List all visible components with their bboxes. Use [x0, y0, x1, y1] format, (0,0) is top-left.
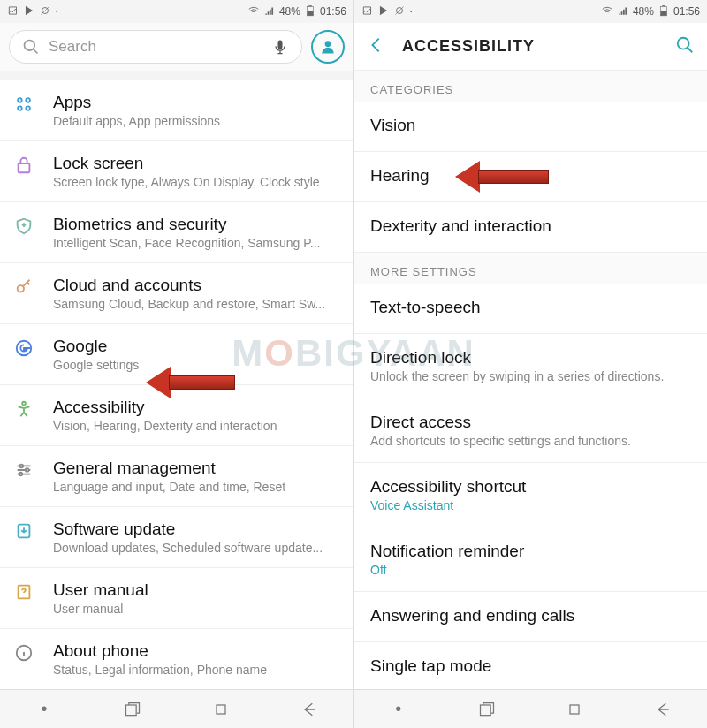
dot-icon: [409, 4, 413, 19]
item-title: Biometrics and security: [53, 215, 343, 234]
item-title: User manual: [53, 580, 343, 600]
search-input[interactable]: Search: [9, 30, 302, 64]
a11y-item-hearing[interactable]: Hearing: [354, 152, 707, 202]
svg-point-16: [22, 402, 26, 406]
accessibility-list[interactable]: CATEGORIES VisionHearingDexterity and in…: [354, 71, 707, 689]
a11y-item-notification-reminder[interactable]: Notification reminderOff: [354, 527, 707, 592]
image-icon: [7, 4, 19, 19]
a11y-item-direct-access[interactable]: Direct accessAdd shortcuts to specific s…: [354, 398, 707, 463]
shield-icon: [11, 215, 37, 236]
statusbar: 48% 01:56: [0, 0, 354, 23]
gap: [0, 71, 354, 80]
settings-item-google[interactable]: GoogleGoogle settings: [0, 324, 354, 385]
item-subtitle: Default apps, App permissions: [53, 114, 343, 128]
nav-home[interactable]: [553, 701, 596, 718]
info-icon: [11, 641, 37, 663]
item-subtitle: User manual: [53, 602, 343, 616]
a11y-item-text-to-speech[interactable]: Text-to-speech: [354, 284, 707, 334]
settings-item-general-management[interactable]: General managementLanguage and input, Da…: [0, 446, 354, 507]
circle-icon: [393, 4, 406, 19]
google-icon: [11, 337, 37, 358]
nav-menu[interactable]: •: [23, 699, 65, 719]
item-title: Accessibility: [53, 398, 343, 417]
battery-text: 48%: [633, 5, 654, 18]
svg-rect-24: [217, 705, 225, 714]
item-subtitle: Intelligent Scan, Face Recognition, Sams…: [53, 236, 343, 250]
item-title: Answering and ending calls: [370, 606, 691, 626]
svg-rect-3: [307, 11, 313, 15]
item-title: Direction lock: [370, 348, 691, 368]
item-subtitle: Screen lock type, Always On Display, Clo…: [53, 175, 343, 189]
section-more: MORE SETTINGS: [354, 253, 707, 284]
profile-icon: [319, 38, 337, 56]
nav-back[interactable]: [642, 701, 684, 718]
item-title: Text-to-speech: [370, 298, 691, 317]
profile-button[interactable]: [311, 30, 345, 64]
settings-list[interactable]: AppsDefault apps, App permissionsLock sc…: [0, 80, 354, 689]
svg-point-30: [678, 37, 689, 49]
settings-item-software-update[interactable]: Software updateDownload updates, Schedul…: [0, 507, 354, 568]
statusbar: 48% 01:56: [354, 0, 707, 23]
nav-recents[interactable]: [466, 701, 508, 718]
a11y-item-vision[interactable]: Vision: [354, 102, 707, 152]
svg-point-9: [18, 98, 22, 102]
svg-point-17: [19, 465, 23, 468]
settings-item-lock-screen[interactable]: Lock screenScreen lock type, Always On D…: [0, 141, 354, 202]
nav-menu[interactable]: •: [377, 699, 420, 719]
item-subtitle: Add shortcuts to specific settings and f…: [370, 434, 691, 448]
a11y-item-answering-and-ending-calls[interactable]: Answering and ending calls: [354, 592, 707, 642]
mic-icon[interactable]: [271, 38, 289, 56]
search-button[interactable]: [675, 35, 695, 58]
dot-icon: [55, 4, 58, 19]
item-title: Vision: [370, 116, 691, 135]
update-icon: [11, 519, 37, 541]
svg-rect-33: [570, 705, 579, 714]
svg-line-6: [34, 49, 38, 54]
a11y-item-single-tap-mode[interactable]: Single tap mode: [354, 642, 707, 689]
svg-rect-28: [660, 11, 666, 15]
apps-icon: [11, 93, 37, 114]
a11y-item-direction-lock[interactable]: Direction lockUnlock the screen by swipi…: [354, 334, 707, 398]
item-title: Software update: [53, 519, 343, 539]
item-title: Single tap mode: [370, 656, 691, 676]
battery-text: 48%: [279, 5, 300, 18]
item-subtitle: Samsung Cloud, Backup and restore, Smart…: [53, 297, 343, 311]
settings-item-apps[interactable]: AppsDefault apps, App permissions: [0, 80, 354, 141]
sliders-icon: [11, 459, 37, 480]
item-title: Accessibility shortcut: [370, 477, 691, 497]
svg-rect-4: [308, 5, 312, 6]
image-icon: [361, 4, 374, 19]
svg-point-19: [19, 473, 23, 476]
settings-item-accessibility[interactable]: AccessibilityVision, Hearing, Dexterity …: [0, 385, 354, 446]
a11y-item-accessibility-shortcut[interactable]: Accessibility shortcutVoice Assistant: [354, 463, 707, 527]
settings-item-biometrics-and-security[interactable]: Biometrics and securityIntelligent Scan,…: [0, 202, 354, 263]
accessibility-screen: 48% 01:56 ACCESSIBILITY CATEGORIES Visio…: [354, 0, 707, 728]
item-title: Apps: [53, 93, 343, 112]
svg-rect-29: [662, 5, 665, 6]
back-button[interactable]: [367, 35, 386, 58]
wifi-icon: [601, 4, 613, 19]
titlebar: ACCESSIBILITY: [354, 23, 707, 71]
nav-recents[interactable]: [111, 701, 154, 718]
item-subtitle: Off: [370, 563, 691, 577]
settings-item-user-manual[interactable]: User manualUser manual: [0, 568, 354, 629]
signal-icon: [617, 4, 629, 19]
settings-item-about-phone[interactable]: About phoneStatus, Legal information, Ph…: [0, 629, 354, 689]
settings-item-cloud-and-accounts[interactable]: Cloud and accountsSamsung Cloud, Backup …: [0, 263, 354, 324]
section-categories: CATEGORIES: [354, 71, 707, 102]
item-subtitle: Vision, Hearing, Dexterity and interacti…: [53, 419, 343, 433]
item-subtitle: Status, Legal information, Phone name: [53, 663, 343, 677]
nav-home[interactable]: [200, 701, 242, 718]
item-title: General management: [53, 459, 343, 478]
time-text: 01:56: [320, 5, 346, 18]
a11y-item-dexterity-and-interaction[interactable]: Dexterity and interaction: [354, 202, 707, 253]
battery-icon: [304, 4, 316, 19]
item-title: Direct access: [370, 413, 691, 432]
item-title: Dexterity and interaction: [370, 216, 691, 236]
time-text: 01:56: [673, 5, 700, 18]
svg-point-14: [18, 285, 24, 292]
svg-rect-23: [126, 705, 137, 716]
battery-icon: [658, 4, 670, 19]
signal-icon: [263, 4, 276, 19]
nav-back[interactable]: [288, 701, 331, 718]
